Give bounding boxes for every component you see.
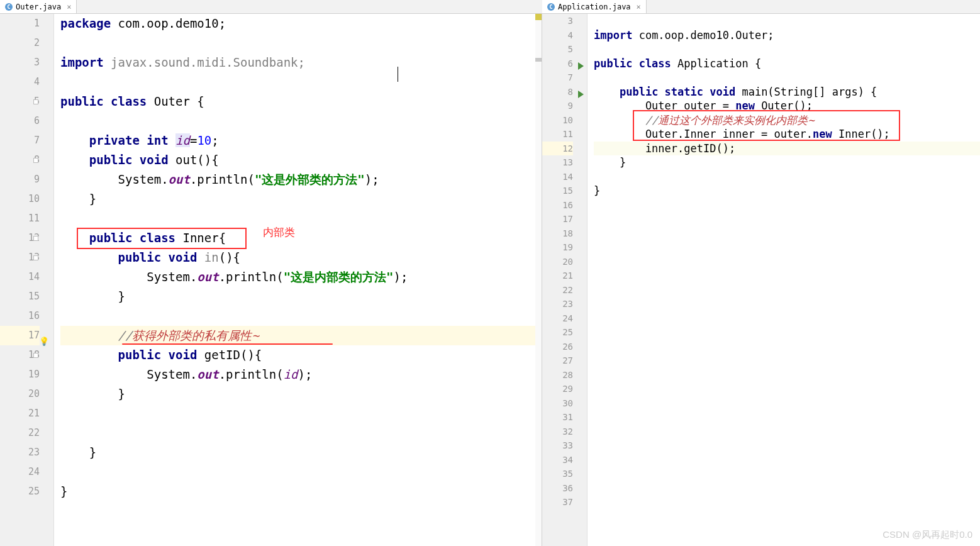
line-number[interactable]: 11: [542, 127, 573, 142]
run-icon[interactable]: [578, 62, 584, 70]
fold-icon[interactable]: [33, 255, 38, 260]
code-line[interactable]: [594, 170, 980, 184]
line-number[interactable]: 10: [542, 113, 573, 128]
line-number[interactable]: 19: [542, 240, 573, 255]
code-line[interactable]: [594, 495, 980, 510]
code-line[interactable]: [594, 410, 980, 425]
code-line[interactable]: [594, 354, 980, 368]
line-number[interactable]: 12: [542, 142, 573, 156]
code-line[interactable]: public static void main(String[] args) {: [594, 85, 980, 99]
code-line[interactable]: public void getID(){: [60, 345, 542, 365]
line-number[interactable]: 7: [542, 70, 573, 85]
line-number[interactable]: 8: [0, 150, 40, 170]
code-line[interactable]: [594, 283, 980, 298]
code-line[interactable]: [594, 42, 980, 57]
line-number[interactable]: 17: [542, 212, 573, 226]
code-line[interactable]: public class Outer {: [60, 92, 542, 111]
code-line[interactable]: public void out(){: [60, 150, 542, 170]
line-number[interactable]: 21: [0, 404, 40, 423]
line-number[interactable]: 9: [0, 170, 40, 189]
line-number[interactable]: 1: [0, 14, 40, 33]
code-line[interactable]: [594, 14, 980, 28]
line-number[interactable]: 37: [542, 495, 573, 510]
code-line[interactable]: [594, 481, 980, 496]
run-icon[interactable]: [578, 91, 584, 98]
line-number[interactable]: 23: [0, 443, 40, 462]
line-number[interactable]: 20: [542, 255, 573, 269]
code-line[interactable]: [594, 311, 980, 326]
line-number[interactable]: 18: [0, 345, 40, 365]
line-number[interactable]: 6: [542, 57, 573, 71]
line-number[interactable]: 25: [542, 325, 573, 340]
line-number[interactable]: 27: [542, 354, 573, 368]
line-number[interactable]: 10: [0, 189, 40, 209]
code-line[interactable]: [594, 240, 980, 255]
fold-icon[interactable]: [33, 353, 38, 358]
code-line[interactable]: }: [594, 184, 980, 198]
code-line[interactable]: [60, 462, 542, 482]
code-line[interactable]: }: [60, 287, 542, 306]
code-line[interactable]: public void in(){: [60, 248, 542, 267]
line-number[interactable]: 8: [542, 85, 573, 99]
code-line[interactable]: [594, 453, 980, 467]
line-number[interactable]: 14: [542, 170, 573, 184]
line-number[interactable]: 19: [0, 365, 40, 384]
code-line[interactable]: System.out.println("这是外部类的方法");: [60, 170, 542, 189]
code-line[interactable]: }: [60, 189, 542, 209]
line-gutter-left[interactable]: 1234567891011121314151617💡18192021222324…: [0, 14, 54, 546]
line-number[interactable]: 5: [0, 92, 40, 111]
code-line[interactable]: [594, 255, 980, 269]
code-area-right[interactable]: import com.oop.demo10.Outer;public class…: [587, 14, 980, 546]
line-number[interactable]: 9: [542, 99, 573, 113]
line-number[interactable]: 31: [542, 410, 573, 425]
line-number[interactable]: 24: [542, 311, 573, 326]
code-line[interactable]: public class Inner{: [60, 228, 542, 248]
code-line[interactable]: [594, 425, 980, 439]
line-number[interactable]: 13: [0, 248, 40, 267]
line-number[interactable]: 7: [0, 131, 40, 150]
line-number[interactable]: 15: [0, 287, 40, 306]
code-line[interactable]: }: [60, 384, 542, 404]
code-line[interactable]: import javax.sound.midi.Soundbank;: [60, 53, 542, 72]
line-number[interactable]: 24: [0, 462, 40, 482]
code-line[interactable]: [60, 72, 542, 92]
line-number[interactable]: 4: [0, 72, 40, 92]
code-line[interactable]: [594, 368, 980, 382]
line-gutter-right[interactable]: 3456789101112131415161718192021222324252…: [542, 14, 587, 546]
code-line[interactable]: [594, 325, 980, 340]
line-number[interactable]: 34: [542, 453, 573, 467]
line-number[interactable]: 20: [0, 384, 40, 404]
code-line[interactable]: [60, 33, 542, 53]
code-line[interactable]: [594, 226, 980, 241]
code-line[interactable]: [60, 404, 542, 423]
line-number[interactable]: 30: [542, 396, 573, 411]
code-line[interactable]: [594, 340, 980, 354]
line-number[interactable]: 32: [542, 425, 573, 439]
line-number[interactable]: 5: [542, 42, 573, 57]
code-area-left[interactable]: package com.oop.demo10;import javax.soun…: [54, 14, 542, 546]
line-number[interactable]: 3: [542, 14, 573, 28]
line-number[interactable]: 18: [542, 226, 573, 241]
code-line[interactable]: Outer outer = new Outer();: [594, 99, 980, 113]
close-icon[interactable]: ×: [67, 3, 71, 11]
line-number[interactable]: 22: [0, 423, 40, 443]
line-number[interactable]: 2: [0, 33, 40, 53]
line-number[interactable]: 29: [542, 382, 573, 396]
line-number[interactable]: 6: [0, 111, 40, 131]
line-number[interactable]: 11: [0, 209, 40, 228]
code-line[interactable]: inner.getID();: [594, 142, 980, 156]
line-number[interactable]: 15: [542, 184, 573, 198]
code-line[interactable]: [594, 396, 980, 411]
line-number[interactable]: 12: [0, 228, 40, 248]
marker-bar-left[interactable]: [535, 14, 542, 546]
code-line[interactable]: }: [60, 482, 542, 501]
line-number[interactable]: 33: [542, 438, 573, 453]
code-line[interactable]: private int id=10;: [60, 131, 542, 150]
code-line[interactable]: [594, 269, 980, 283]
code-line[interactable]: [594, 70, 980, 85]
code-line[interactable]: //通过这个外部类来实例化内部类~: [594, 113, 980, 128]
code-line[interactable]: [60, 111, 542, 131]
code-line[interactable]: [594, 438, 980, 453]
line-number[interactable]: 23: [542, 297, 573, 311]
code-line[interactable]: [594, 198, 980, 213]
